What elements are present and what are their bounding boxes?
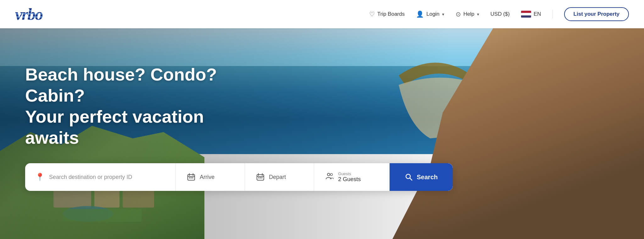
help-icon: ⊙: [456, 10, 461, 18]
arrive-label: Arrive: [200, 174, 214, 181]
svg-rect-11: [191, 177, 192, 178]
hero-headline: Beach house? Condo? Cabin? Your perfect …: [25, 64, 245, 148]
guests-field[interactable]: Guests 2 Guests: [314, 163, 390, 191]
svg-rect-10: [189, 177, 190, 178]
login-chevron-icon: ▾: [442, 12, 444, 17]
us-flag-icon: [521, 11, 531, 18]
search-button[interactable]: Search: [390, 163, 453, 191]
depart-calendar-icon: [256, 173, 264, 181]
language-label: EN: [534, 11, 541, 17]
trip-boards-label: Trip Boards: [377, 11, 405, 17]
depart-label: Depart: [269, 174, 286, 181]
guests-label: Guests: [338, 171, 361, 176]
search-icon: [405, 173, 413, 181]
search-bar: 📍 Search destination or property ID Arri…: [25, 163, 453, 191]
heart-icon: ♡: [369, 10, 375, 18]
trip-boards-nav-item[interactable]: ♡ Trip Boards: [369, 10, 405, 18]
currency-nav-item[interactable]: USD ($): [491, 11, 510, 17]
svg-point-21: [330, 174, 333, 176]
hero-section: Beach house? Condo? Cabin? Your perfect …: [0, 28, 644, 239]
svg-rect-17: [258, 177, 259, 178]
svg-point-20: [327, 173, 330, 176]
svg-line-23: [410, 178, 412, 181]
destination-field[interactable]: 📍 Search destination or property ID: [25, 163, 176, 191]
help-chevron-icon: ▾: [477, 12, 479, 17]
login-nav-item[interactable]: 👤 Login ▾: [416, 10, 444, 18]
logo-text: vrbo: [15, 5, 42, 24]
list-property-button[interactable]: List your Property: [564, 7, 629, 21]
hero-headline-line2: Your perfect vacation awaits: [25, 107, 204, 147]
help-nav-item[interactable]: ⊙ Help ▾: [456, 10, 479, 18]
arrive-calendar-icon: [187, 173, 195, 181]
location-pin-icon: 📍: [35, 173, 45, 181]
svg-rect-18: [260, 177, 261, 178]
currency-label: USD ($): [491, 11, 510, 17]
arrive-field[interactable]: Arrive: [176, 163, 245, 191]
help-label: Help: [464, 11, 475, 17]
destination-placeholder: Search destination or property ID: [49, 174, 132, 181]
guests-icon: [325, 172, 334, 182]
guests-info: Guests 2 Guests: [338, 171, 361, 183]
svg-rect-12: [192, 177, 193, 178]
logo[interactable]: vrbo: [15, 5, 42, 24]
person-icon: 👤: [416, 10, 424, 18]
language-nav-item[interactable]: EN: [521, 11, 541, 18]
login-label: Login: [426, 11, 440, 17]
header: vrbo ♡ Trip Boards 👤 Login ▾ ⊙ Help ▾ US…: [0, 0, 644, 28]
search-button-label: Search: [417, 174, 438, 181]
nav-divider: [552, 10, 553, 19]
depart-field[interactable]: Depart: [245, 163, 314, 191]
svg-rect-19: [261, 177, 263, 178]
main-nav: ♡ Trip Boards 👤 Login ▾ ⊙ Help ▾ USD ($)…: [369, 7, 629, 21]
hero-headline-line1: Beach house? Condo? Cabin?: [25, 64, 217, 105]
hero-content: Beach house? Condo? Cabin? Your perfect …: [0, 28, 644, 239]
guests-count: 2 Guests: [338, 176, 361, 183]
